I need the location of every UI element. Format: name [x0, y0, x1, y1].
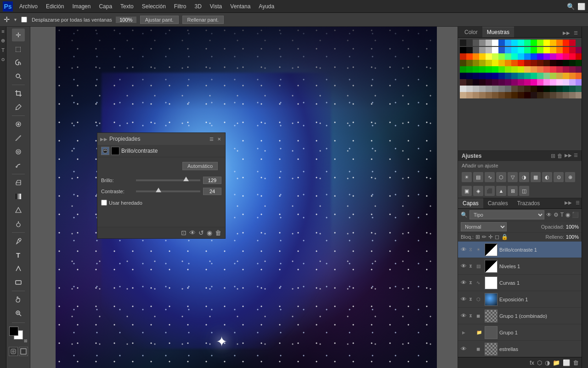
ajuste-selective-color[interactable]: ◫ — [519, 186, 529, 196]
swatch[interactable] — [466, 40, 473, 46]
swatch[interactable] — [524, 86, 531, 92]
capas-mask-icon[interactable]: ⬡ — [537, 359, 542, 366]
swatch[interactable] — [498, 92, 505, 98]
swatch[interactable] — [505, 40, 511, 46]
swatch[interactable] — [511, 73, 518, 79]
swatch[interactable] — [466, 60, 473, 66]
capas-filter-type[interactable]: T — [560, 212, 564, 218]
ajuste-color-lookup[interactable]: ▣ — [462, 186, 472, 196]
swatch[interactable] — [524, 53, 531, 60]
menu-ventana[interactable]: Ventana — [226, 2, 254, 11]
swatch[interactable] — [511, 60, 518, 66]
swatch[interactable] — [563, 47, 569, 53]
swatch[interactable] — [543, 92, 550, 98]
swatch[interactable] — [537, 86, 543, 92]
preview-icon[interactable]: ◉ — [207, 229, 212, 236]
swatch[interactable] — [537, 92, 543, 98]
lasso-tool[interactable] — [12, 56, 25, 69]
swatch[interactable] — [576, 92, 582, 98]
layer-item-curvas[interactable]: 👁 ⧗ ∿ Curvas 1 — [458, 275, 582, 291]
crop-tool[interactable] — [12, 87, 25, 100]
capas-fx-icon[interactable]: fx — [530, 359, 534, 366]
swatch[interactable] — [498, 79, 505, 86]
swatch[interactable] — [537, 60, 543, 66]
ajustes-expand-icon[interactable]: ⊞ — [551, 153, 555, 159]
swatch[interactable] — [531, 60, 537, 66]
swatch[interactable] — [524, 47, 531, 53]
swatch[interactable] — [518, 79, 524, 86]
quick-mask-icon[interactable] — [9, 347, 18, 356]
brillo-value[interactable]: 129 — [203, 177, 221, 184]
swatch[interactable] — [486, 86, 492, 92]
ajuste-curves[interactable]: ∿ — [485, 172, 495, 182]
swatch[interactable] — [518, 66, 524, 73]
swatch[interactable] — [563, 86, 569, 92]
swatch[interactable] — [518, 47, 524, 53]
history-brush-tool[interactable] — [12, 159, 25, 172]
layer-item-exposicion[interactable]: 👁 ⧗ ⬡ Exposición 1 — [458, 291, 582, 308]
ajustes-menu-icon[interactable]: ☰ — [574, 153, 578, 159]
path-select-tool[interactable] — [12, 262, 25, 275]
swatch[interactable] — [498, 47, 505, 53]
swatch[interactable] — [511, 47, 518, 53]
swatch[interactable] — [460, 73, 466, 79]
swatch[interactable] — [511, 79, 518, 86]
color-tab[interactable]: Color — [460, 27, 482, 37]
capas-filter-adjust[interactable]: ⚙ — [554, 212, 559, 218]
swatch[interactable] — [537, 73, 543, 79]
swatch[interactable] — [479, 66, 486, 73]
capas-tab[interactable]: Capas — [458, 198, 483, 208]
panel-collapse-arrows[interactable]: ▶▶ — [561, 29, 572, 37]
foreground-color-swatch[interactable] — [9, 327, 18, 336]
canales-tab[interactable]: Canales — [483, 198, 513, 208]
swatch[interactable] — [473, 40, 479, 46]
swatch[interactable] — [473, 53, 479, 60]
swatch[interactable] — [505, 86, 511, 92]
ajuste-photo-filter[interactable]: ⊙ — [554, 172, 564, 182]
swatch[interactable] — [473, 60, 479, 66]
swatch[interactable] — [479, 92, 486, 98]
swatch[interactable] — [569, 66, 576, 73]
swatch[interactable] — [518, 92, 524, 98]
swatch[interactable] — [576, 60, 582, 66]
gradient-tool[interactable] — [12, 190, 25, 203]
visibility-icon[interactable]: 👁 — [189, 229, 196, 236]
swatch[interactable] — [486, 92, 492, 98]
swatch[interactable] — [556, 66, 563, 73]
swatch[interactable] — [550, 60, 556, 66]
swatch[interactable] — [563, 79, 569, 86]
swatch[interactable] — [492, 47, 498, 53]
swatch[interactable] — [511, 53, 518, 60]
swatch[interactable] — [524, 40, 531, 46]
usar-heredado-checkbox[interactable] — [101, 200, 107, 206]
healing-tool[interactable] — [12, 118, 25, 131]
menu-seleccion[interactable]: Selección — [138, 2, 170, 11]
swatch[interactable] — [460, 40, 466, 46]
swatch[interactable] — [486, 40, 492, 46]
swatch[interactable] — [505, 92, 511, 98]
swatch[interactable] — [518, 86, 524, 92]
swatch[interactable] — [505, 60, 511, 66]
swatch[interactable] — [556, 73, 563, 79]
panel-menu-icon[interactable]: ☰ — [208, 137, 215, 142]
ajuste-vibrance[interactable]: ▽ — [508, 172, 518, 182]
swatch[interactable] — [505, 53, 511, 60]
menu-3d[interactable]: 3D — [191, 2, 205, 11]
swatch[interactable] — [486, 60, 492, 66]
swatch[interactable] — [569, 53, 576, 60]
search-icon[interactable]: 🔍 — [567, 3, 575, 10]
lock-position-icon[interactable]: ✛ — [488, 234, 493, 240]
dodge-tool[interactable] — [12, 218, 25, 230]
panel-close-icon[interactable]: ✕ — [216, 137, 222, 142]
swatch[interactable] — [505, 66, 511, 73]
swatch[interactable] — [492, 60, 498, 66]
swatch[interactable] — [537, 40, 543, 46]
layer-vis-brillo[interactable]: 👁 — [460, 246, 467, 253]
zoom-value-input[interactable]: 100% — [116, 17, 136, 23]
swatch[interactable] — [537, 66, 543, 73]
layer-item-niveles[interactable]: 👁 ⧗ ▤ Niveles 1 — [458, 258, 582, 275]
swatch[interactable] — [543, 40, 550, 46]
swatch[interactable] — [556, 86, 563, 92]
marquee-tool[interactable]: ⬚ — [12, 42, 25, 55]
swatch[interactable] — [550, 53, 556, 60]
